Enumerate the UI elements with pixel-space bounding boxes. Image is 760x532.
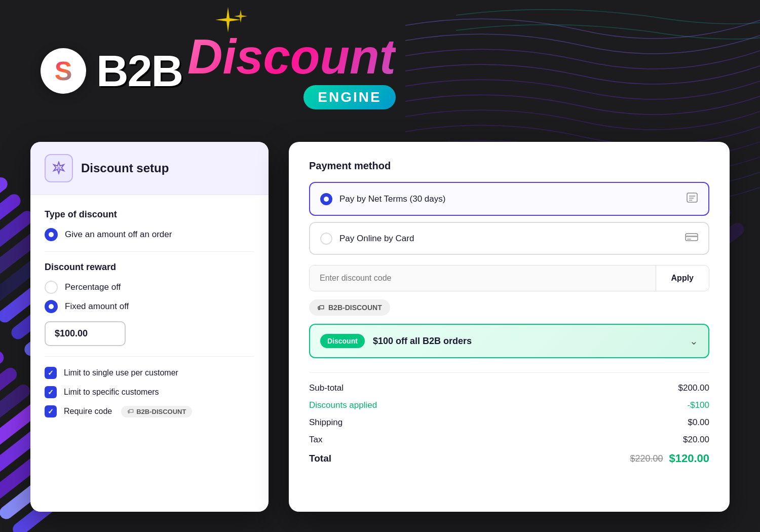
brand-discount: Discount	[187, 32, 396, 81]
badge-tag-icon: 🏷	[317, 303, 324, 312]
require-code-tag: 🏷 B2B-DISCOUNT	[121, 406, 192, 417]
applied-code-text: B2B-DISCOUNT	[328, 303, 382, 312]
panel-title: Discount setup	[81, 161, 169, 175]
divider-2	[45, 356, 254, 357]
payment-option-net-terms[interactable]: Pay by Net Terms (30 days)	[309, 182, 709, 216]
amount-input[interactable]	[45, 321, 126, 346]
reward-option-fixed[interactable]: Fixed amount off	[45, 300, 254, 313]
brand-b2b: B2B	[96, 49, 182, 93]
reward-fixed-label: Fixed amount off	[65, 301, 129, 312]
panel-header: Discount setup	[30, 142, 269, 195]
payment-online-card-label: Pay Online by Card	[339, 234, 678, 244]
checkbox-single-use-box	[45, 367, 57, 379]
svg-marker-0	[215, 7, 241, 32]
payment-radio-online-card	[320, 233, 332, 245]
payment-radio-net-terms	[320, 193, 332, 205]
logo-circle: S	[41, 48, 86, 94]
logo-letter: S	[55, 56, 72, 86]
brand-title-wrap: Discount ENGINE	[187, 32, 396, 109]
shipping-label: Shipping	[309, 417, 343, 428]
reward-radio-fixed	[45, 300, 58, 313]
total-label: Total	[309, 453, 331, 464]
payment-panel: Payment method Pay by Net Terms (30 days…	[289, 142, 730, 512]
checkbox-require-code-label: Require code	[64, 407, 112, 416]
checkbox-specific-customers-box	[45, 386, 57, 398]
amount-input-wrap	[45, 321, 254, 346]
checkbox-single-use-label: Limit to single use per customer	[64, 368, 178, 377]
chevron-down-icon: ⌄	[690, 335, 698, 347]
payment-net-terms-label: Pay by Net Terms (30 days)	[339, 194, 679, 204]
svg-rect-8	[686, 236, 698, 237]
type-option-label: Give an amount off an order	[65, 230, 172, 240]
header: S B2B Discount ENGINE	[0, 0, 760, 142]
applied-code-row: 🏷 B2B-DISCOUNT	[309, 299, 709, 316]
reward-label: Discount reward	[45, 262, 254, 273]
total-old-value: $220.00	[630, 453, 663, 464]
require-code-value: B2B-DISCOUNT	[136, 408, 186, 415]
discount-banner[interactable]: Discount $100 off all B2B orders ⌄	[309, 324, 709, 358]
type-radio-selected	[45, 228, 58, 241]
discount-description: $100 off all B2B orders	[373, 336, 681, 347]
subtotal-value: $200.00	[678, 383, 709, 393]
divider-1	[45, 251, 254, 252]
net-terms-icon	[686, 192, 698, 206]
discounts-value: -$100	[688, 400, 709, 410]
checkbox-specific-customers[interactable]: Limit to specific customers	[45, 386, 254, 398]
tax-label: Tax	[309, 435, 322, 445]
checkbox-single-use[interactable]: Limit to single use per customer	[45, 367, 254, 379]
shipping-value: $0.00	[688, 417, 709, 428]
svg-rect-3	[687, 193, 697, 202]
svg-marker-1	[234, 10, 247, 23]
type-option-give-amount[interactable]: Give an amount off an order	[45, 228, 254, 241]
total-values: $220.00 $120.00	[630, 452, 709, 465]
discount-pill: Discount	[320, 334, 365, 348]
reward-radio-percentage	[45, 281, 58, 294]
apply-button[interactable]: Apply	[656, 265, 709, 291]
discount-code-row: Apply	[309, 265, 709, 291]
subtotal-label: Sub-total	[309, 383, 344, 393]
discount-setup-panel: Discount setup Type of discount Give an …	[30, 142, 269, 512]
tax-row: Tax $20.00	[309, 435, 709, 445]
total-new-value: $120.00	[669, 452, 709, 465]
tag-icon: 🏷	[127, 408, 133, 415]
payment-title: Payment method	[309, 160, 709, 172]
type-discount-label: Type of discount	[45, 209, 254, 220]
payment-option-online-card[interactable]: Pay Online by Card	[309, 222, 709, 255]
card-icon	[685, 232, 698, 245]
shipping-row: Shipping $0.00	[309, 417, 709, 428]
engine-text: ENGINE	[318, 89, 381, 105]
panel-body: Type of discount Give an amount off an o…	[30, 195, 269, 439]
order-summary: Sub-total $200.00 Discounts applied -$10…	[309, 372, 709, 465]
discounts-row: Discounts applied -$100	[309, 400, 709, 410]
total-row: Total $220.00 $120.00	[309, 452, 709, 465]
subtotal-row: Sub-total $200.00	[309, 383, 709, 393]
discounts-label: Discounts applied	[309, 400, 377, 410]
discount-code-input[interactable]	[310, 265, 656, 291]
checkbox-require-code-box	[45, 405, 57, 417]
applied-code-badge: 🏷 B2B-DISCOUNT	[309, 299, 390, 316]
checkbox-specific-customers-label: Limit to specific customers	[64, 388, 159, 397]
reward-percentage-label: Percentage off	[65, 282, 121, 292]
checkbox-require-code[interactable]: Require code 🏷 B2B-DISCOUNT	[45, 405, 254, 417]
engine-badge: ENGINE	[303, 85, 395, 109]
svg-rect-9	[687, 239, 691, 240]
svg-point-2	[57, 167, 60, 170]
discount-setup-icon	[45, 154, 73, 182]
main-content: Discount setup Type of discount Give an …	[0, 132, 760, 532]
tax-value: $20.00	[683, 435, 709, 445]
sparkle-icon	[208, 7, 248, 40]
reward-option-percentage[interactable]: Percentage off	[45, 281, 254, 294]
